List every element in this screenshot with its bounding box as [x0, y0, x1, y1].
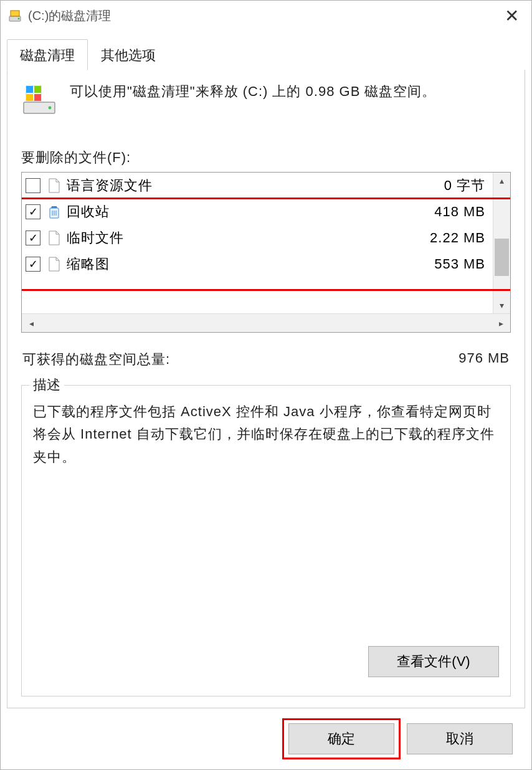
file-size: 553 MB — [434, 256, 488, 272]
file-row-language-resources[interactable]: 语言资源文件 0 字节 — [22, 173, 493, 199]
tab-bar: 磁盘清理 其他选项 — [7, 39, 525, 70]
checkbox[interactable] — [26, 231, 40, 245]
file-size: 2.22 MB — [430, 230, 488, 246]
tab-pane: 可以使用"磁盘清理"来释放 (C:) 上的 0.98 GB 磁盘空间。 要删除的… — [7, 70, 525, 708]
tab-disk-cleanup[interactable]: 磁盘清理 — [7, 39, 88, 70]
file-row-recycle-bin[interactable]: 回收站 418 MB — [22, 199, 493, 225]
file-list-items: 语言资源文件 0 字节 回收站 418 MB — [22, 173, 493, 313]
intro-row: 可以使用"磁盘清理"来释放 (C:) 上的 0.98 GB 磁盘空间。 — [21, 81, 511, 117]
file-size: 0 字节 — [444, 176, 488, 195]
vertical-scrollbar[interactable]: ▴ ▾ — [493, 173, 510, 313]
file-icon — [47, 231, 62, 245]
intro-text: 可以使用"磁盘清理"来释放 (C:) 上的 0.98 GB 磁盘空间。 — [70, 81, 436, 102]
content: 磁盘清理 其他选项 可以使用"磁盘清理"来释放 (C:) 上的 0.9 — [1, 31, 531, 769]
scroll-left-button[interactable]: ◂ — [22, 314, 40, 333]
file-label: 缩略图 — [67, 255, 434, 273]
file-size: 418 MB — [434, 204, 488, 220]
file-label: 回收站 — [67, 202, 434, 221]
window-title: (C:)的磁盘清理 — [28, 7, 500, 24]
scroll-right-button[interactable]: ▸ — [492, 314, 510, 333]
scroll-up-button[interactable]: ▴ — [493, 173, 511, 189]
description-group: 描述 已下载的程序文件包括 ActiveX 控件和 Java 小程序，你查看特定… — [21, 385, 511, 696]
disk-cleanup-dialog: (C:)的磁盘清理 ✕ 磁盘清理 其他选项 — [0, 0, 532, 770]
view-files-button[interactable]: 查看文件(V) — [368, 646, 499, 677]
checkbox[interactable] — [26, 204, 40, 219]
files-label: 要删除的文件(F): — [21, 148, 511, 167]
cancel-button[interactable]: 取消 — [407, 723, 513, 754]
file-label: 语言资源文件 — [67, 176, 444, 195]
svg-rect-1 — [11, 11, 19, 16]
description-text: 已下载的程序文件包括 ActiveX 控件和 Java 小程序，你查看特定网页时… — [33, 401, 499, 468]
file-label: 临时文件 — [67, 229, 430, 247]
ok-button[interactable]: 确定 — [288, 723, 394, 754]
svg-rect-5 — [26, 86, 33, 93]
checkbox[interactable] — [26, 178, 40, 193]
dialog-footer: 确定 取消 — [7, 708, 525, 769]
gain-row: 可获得的磁盘空间总量: 976 MB — [22, 350, 510, 369]
close-button[interactable]: ✕ — [500, 6, 524, 26]
svg-rect-7 — [26, 94, 33, 101]
drive-icon — [21, 81, 57, 117]
file-row-thumbnails[interactable]: 缩略图 553 MB — [22, 251, 493, 277]
svg-point-9 — [49, 107, 52, 110]
file-row-temp-files[interactable]: 临时文件 2.22 MB — [22, 225, 493, 251]
titlebar: (C:)的磁盘清理 ✕ — [1, 1, 531, 31]
gain-value: 976 MB — [458, 350, 510, 369]
file-icon — [47, 178, 62, 193]
recycle-bin-icon — [47, 204, 62, 219]
horizontal-scrollbar[interactable]: ◂ ▸ — [22, 313, 510, 332]
svg-rect-6 — [34, 86, 41, 93]
tab-other-options[interactable]: 其他选项 — [88, 39, 169, 70]
scroll-thumb[interactable] — [495, 239, 509, 276]
scroll-track[interactable] — [40, 314, 492, 332]
scroll-track[interactable] — [493, 189, 510, 297]
description-legend: 描述 — [29, 376, 64, 394]
scroll-down-button[interactable]: ▾ — [493, 297, 511, 313]
svg-rect-8 — [34, 94, 41, 101]
svg-point-2 — [18, 18, 20, 20]
checkbox[interactable] — [26, 257, 40, 272]
file-icon — [47, 257, 62, 272]
gain-label: 可获得的磁盘空间总量: — [22, 350, 458, 369]
file-list: 语言资源文件 0 字节 回收站 418 MB — [21, 172, 511, 333]
disk-cleanup-icon — [8, 9, 22, 22]
